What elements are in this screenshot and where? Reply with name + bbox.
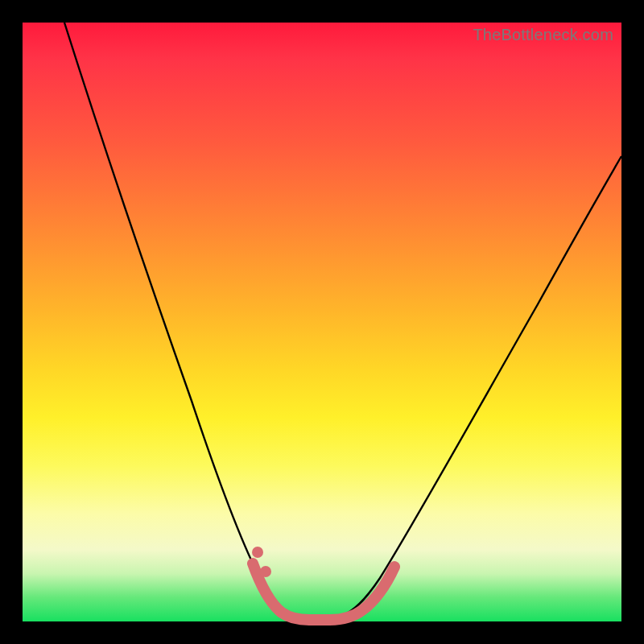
bottleneck-curve <box>64 23 621 617</box>
outer-frame: TheBottleneck.com <box>0 0 644 644</box>
trough-highlight <box>253 564 394 620</box>
chart-svg <box>23 23 621 621</box>
plot-area: TheBottleneck.com <box>23 23 621 621</box>
trough-dot <box>252 547 263 558</box>
trough-dot <box>260 566 271 577</box>
